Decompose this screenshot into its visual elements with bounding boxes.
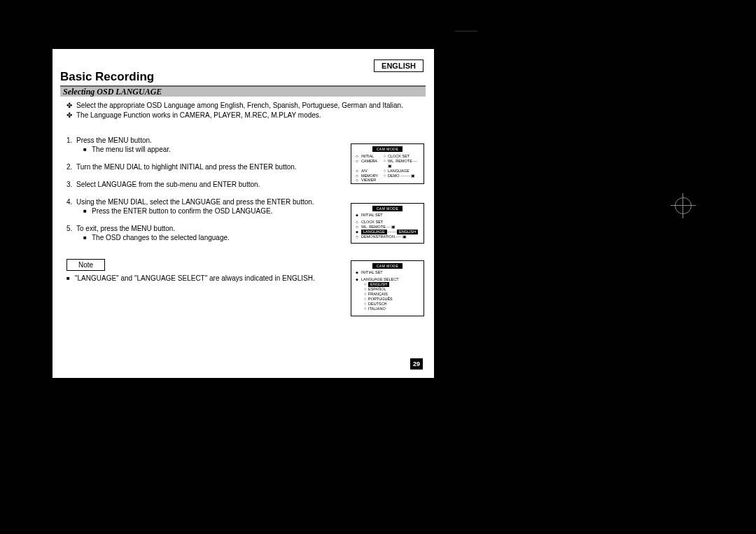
osd-screenshot-3: CAM MODE ◆INITIAL SET ◆LANGUAGE SELECT ◇… (351, 260, 424, 316)
step-number: 1. (66, 136, 76, 144)
bullet-icon: ✤ (66, 111, 76, 120)
note-text-line: ■ "LANGUAGE" and "LANGUAGE SELECT" are a… (66, 274, 315, 282)
osd-screenshot-2: CAM MODE ◆INITIAL SET ◇CLOCK SET ◇WL. RE… (351, 203, 424, 244)
note-label-box: Note (66, 259, 105, 271)
step-sub: The OSD changes to the selected language… (92, 234, 230, 241)
intro-line: Select the appropriate OSD Language amon… (76, 101, 403, 111)
step-text: Press the MENU button. (76, 136, 152, 144)
step-sub: Press the ENTER button to confirm the OS… (92, 207, 272, 215)
steps-list: 1.Press the MENU button. ■The menu list … (66, 136, 346, 251)
square-bullet-icon: ■ (66, 275, 75, 282)
osd-title: CAM MODE (372, 146, 403, 152)
step-text: Select LANGUAGE from the sub-menu and EN… (76, 181, 260, 188)
page-number: 29 (410, 358, 423, 370)
section-title: Selecting OSD LANGUAGE (60, 85, 426, 97)
step-text: Using the MENU DIAL, select the LANGUAGE… (76, 198, 314, 206)
note-text: "LANGUAGE" and "LANGUAGE SELECT" are alw… (75, 274, 315, 282)
step-number: 3. (66, 181, 76, 188)
step-text: Turn the MENU DIAL to highlight INITIAL … (76, 163, 297, 171)
step-number: 2. (66, 163, 76, 171)
square-bullet-icon: ■ (83, 208, 92, 215)
step-number: 4. (66, 198, 76, 206)
header-faint-line (455, 31, 477, 31)
intro-line: The Language Function works in CAMERA, P… (76, 111, 321, 120)
square-bullet-icon: ■ (83, 146, 92, 153)
manual-page: ENGLISH Basic Recording Selecting OSD LA… (52, 49, 434, 378)
osd-title: CAM MODE (372, 263, 403, 269)
step-number: 5. (66, 225, 76, 232)
registration-mark-icon (671, 193, 696, 218)
square-bullet-icon: ■ (83, 234, 92, 241)
osd-screenshot-1: CAM MODE ◇INITIAL◇CLOCK SET ◇CAMERA◇WL. … (351, 143, 424, 184)
page-title: Basic Recording (60, 70, 154, 84)
intro-block: ✤Select the appropriate OSD Language amo… (66, 101, 403, 120)
step-sub: The menu list will appear. (92, 146, 171, 153)
step-text: To exit, press the MENU button. (76, 225, 175, 232)
language-badge: ENGLISH (374, 59, 424, 72)
osd-title: CAM MODE (372, 206, 403, 211)
bullet-icon: ✤ (66, 101, 76, 111)
